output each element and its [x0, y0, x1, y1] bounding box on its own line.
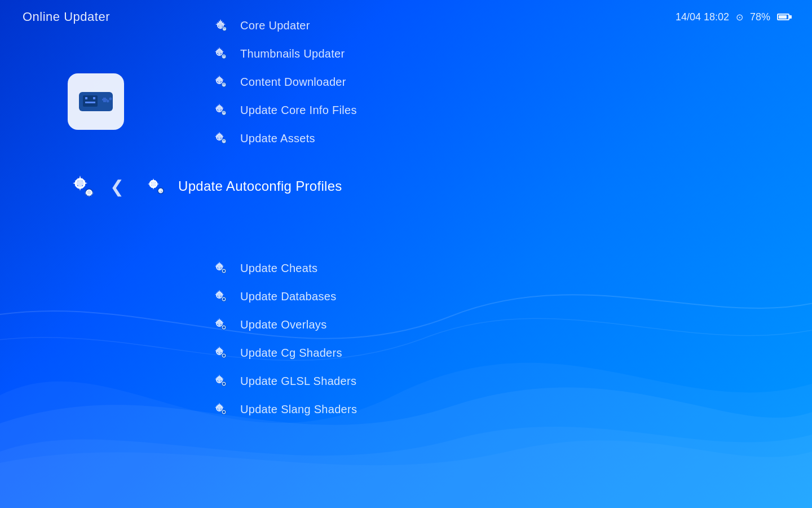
menu-item-update-glsl-shaders-label: Update GLSL Shaders [240, 375, 356, 388]
gear-icon-thumbnails-updater [212, 45, 229, 62]
svg-rect-4 [85, 102, 95, 103]
datetime: 14/04 18:02 [676, 11, 729, 23]
menu-item-update-assets[interactable]: Update Assets [203, 124, 366, 152]
gear-icon-update-databases [212, 288, 229, 305]
svg-rect-2 [85, 97, 87, 99]
menu-item-update-cheats-label: Update Cheats [240, 262, 317, 275]
svg-point-8 [107, 100, 109, 103]
menu-item-autoconfig-profiles-label: Update Autoconfig Profiles [178, 178, 342, 194]
gear-icon-content-downloader [212, 73, 229, 90]
battery-icon [777, 14, 789, 20]
menu-item-update-databases-label: Update Databases [240, 290, 336, 303]
menu-item-content-downloader[interactable]: Content Downloader [203, 68, 366, 96]
menu-item-update-core-info-files-label: Update Core Info Files [240, 104, 357, 117]
nav-middle: ❮ Update Autoconfig Profiles [68, 169, 351, 203]
menu-item-core-updater[interactable]: Core Updater [203, 11, 366, 40]
svg-point-9 [109, 98, 112, 100]
svg-rect-6 [102, 99, 107, 100]
svg-rect-3 [93, 97, 95, 99]
svg-rect-7 [103, 100, 106, 102]
menu-top: Core Updater Thumbnails Updater Content … [203, 11, 366, 152]
top-bar: Online Updater 14/04 18:02 ⊙ 78% [0, 0, 812, 34]
gear-icon-left [68, 171, 99, 202]
battery-fill [779, 15, 787, 19]
logo-box [68, 73, 124, 130]
menu-item-content-downloader-label: Content Downloader [240, 76, 346, 89]
menu-item-update-cheats[interactable]: Update Cheats [203, 254, 366, 282]
retro-game-icon [76, 82, 116, 121]
menu-item-update-cg-shaders-label: Update Cg Shaders [240, 347, 342, 360]
menu-item-update-glsl-shaders[interactable]: Update GLSL Shaders [203, 367, 366, 395]
menu-item-update-overlays-label: Update Overlays [240, 318, 326, 331]
menu-item-autoconfig-profiles[interactable]: Update Autoconfig Profiles [135, 169, 351, 203]
gear-icon-update-slang-shaders [212, 401, 229, 418]
back-arrow[interactable]: ❮ [110, 177, 124, 196]
battery-percent: 78% [750, 11, 770, 23]
gear-icon-update-core-info-files [212, 102, 229, 119]
menu-item-thumbnails-updater[interactable]: Thumbnails Updater [203, 40, 366, 68]
gear-icon-update-cg-shaders [212, 344, 229, 361]
gear-icon-autoconfig [144, 175, 167, 198]
clock-icon: ⊙ [736, 12, 743, 23]
menu-item-update-assets-label: Update Assets [240, 132, 315, 145]
menu-item-core-updater-label: Core Updater [240, 19, 310, 32]
menu-item-update-slang-shaders-label: Update Slang Shaders [240, 403, 357, 416]
svg-rect-1 [83, 95, 98, 107]
menu-item-update-core-info-files[interactable]: Update Core Info Files [203, 96, 366, 124]
status-bar: 14/04 18:02 ⊙ 78% [676, 11, 789, 23]
menu-item-thumbnails-updater-label: Thumbnails Updater [240, 47, 345, 60]
gear-icon-update-glsl-shaders [212, 373, 229, 389]
gear-icon-update-assets [212, 130, 229, 147]
menu-item-update-cg-shaders[interactable]: Update Cg Shaders [203, 339, 366, 367]
menu-item-update-overlays[interactable]: Update Overlays [203, 310, 366, 339]
gear-icon-update-overlays [212, 316, 229, 333]
gear-icon-core-updater [212, 17, 229, 34]
logo-area [68, 73, 124, 130]
gear-icon-update-cheats [212, 260, 229, 277]
menu-item-update-databases[interactable]: Update Databases [203, 282, 366, 310]
menu-bottom: Update Cheats Update Databases Update Ov… [203, 254, 366, 423]
wave-decoration [0, 226, 812, 508]
app-title: Online Updater [23, 10, 110, 24]
menu-item-update-slang-shaders[interactable]: Update Slang Shaders [203, 395, 366, 423]
